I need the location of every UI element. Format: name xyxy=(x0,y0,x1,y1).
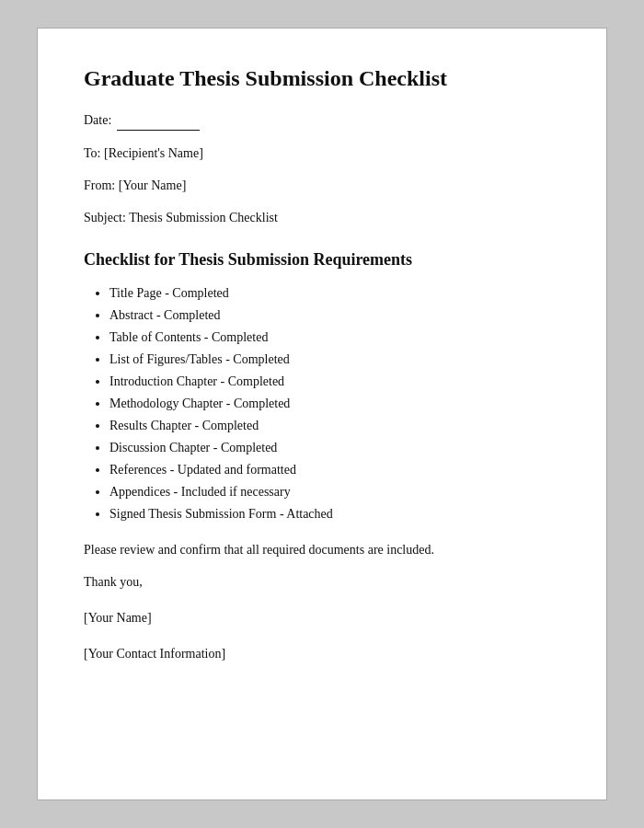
from-line: From: [Your Name] xyxy=(84,176,560,195)
review-text: Please review and confirm that all requi… xyxy=(84,540,560,559)
list-item: Results Chapter - Completed xyxy=(109,416,560,435)
list-item: List of Figures/Tables - Completed xyxy=(109,350,560,369)
list-item: References - Updated and formatted xyxy=(109,460,560,479)
document-title: Graduate Thesis Submission Checklist xyxy=(84,65,560,92)
date-row: Date: xyxy=(84,110,560,131)
list-item: Table of Contents - Completed xyxy=(109,328,560,347)
checklist: Title Page - CompletedAbstract - Complet… xyxy=(84,283,560,523)
subject-line: Subject: Thesis Submission Checklist xyxy=(84,208,560,227)
list-item: Signed Thesis Submission Form - Attached xyxy=(109,504,560,523)
list-item: Appendices - Included if necessary xyxy=(109,482,560,501)
date-underline xyxy=(117,110,200,131)
date-label: Date: xyxy=(84,110,111,130)
list-item: Methodology Chapter - Completed xyxy=(109,394,560,413)
thank-you: Thank you, xyxy=(84,572,560,592)
list-item: Title Page - Completed xyxy=(109,283,560,303)
to-line: To: [Recipient's Name] xyxy=(84,144,560,163)
list-item: Abstract - Completed xyxy=(109,305,560,325)
document: Graduate Thesis Submission Checklist Dat… xyxy=(37,28,607,800)
signature-name: [Your Name] xyxy=(84,608,560,627)
contact-info: [Your Contact Information] xyxy=(84,644,560,663)
list-item: Introduction Chapter - Completed xyxy=(109,372,560,391)
list-item: Discussion Chapter - Completed xyxy=(109,438,560,457)
page-wrapper: Graduate Thesis Submission Checklist Dat… xyxy=(0,0,644,828)
section-heading: Checklist for Thesis Submission Requirem… xyxy=(84,247,560,272)
